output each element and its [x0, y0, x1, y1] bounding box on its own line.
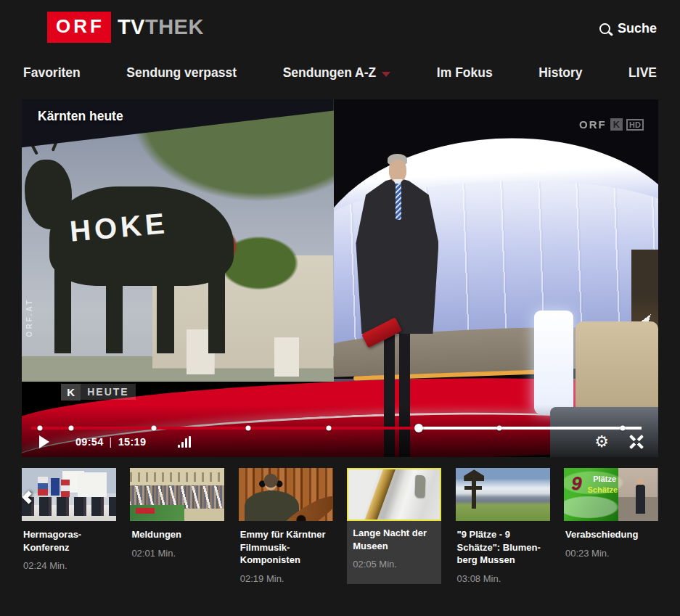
nav-item-label: History [538, 65, 582, 81]
card-meta: Lange Nacht der Museen02:05 Min. [347, 520, 441, 570]
settings-gear-icon[interactable]: ⚙ [594, 434, 609, 450]
card-meta: Verabschiedung00:23 Min. [564, 521, 658, 559]
player-right-icons: ⚙ [594, 434, 644, 450]
orf-tvthek-logo[interactable]: ORF TVTHEK [47, 12, 204, 43]
watermark-hd: HD [626, 119, 644, 131]
video-player: HOKE ORF.AT K HEUTE [22, 99, 658, 457]
nav-item-label: LIVE [628, 65, 657, 81]
carousel-card-9-pl-tze-9-sch-tze-blumenberg-mussen[interactable]: "9 Plätze - 9 Schätze": Blumenberg Musse… [456, 468, 550, 584]
card-thumbnail [348, 469, 440, 520]
nav-item-label: Sendungen A-Z [283, 65, 377, 81]
total-duration: 15:19 [118, 436, 147, 448]
bull-sign: HOKE [25, 139, 249, 366]
card-meta: "9 Plätze - 9 Schätze": Blumenberg Musse… [456, 521, 550, 584]
search-button[interactable]: Suche [599, 21, 657, 36]
card-thumbnail [456, 468, 550, 521]
thumbnail-text-big: 9 [571, 472, 581, 495]
time-separator: | [110, 436, 112, 448]
chapter-marker[interactable] [68, 426, 73, 431]
card-thumbnail [130, 468, 224, 521]
card-title: Lange Nacht der Museen [353, 527, 435, 552]
play-button[interactable] [39, 435, 49, 448]
card-meta: Emmy für Kärntner Filmmusik-Komponisten0… [239, 521, 333, 584]
chapter-marker[interactable] [245, 426, 250, 431]
card-title: Meldungen [131, 528, 223, 541]
nav-item-sendungen-a-z[interactable]: Sendungen A-Z [283, 65, 391, 81]
nav-item-sendung-verpasst[interactable]: Sendung verpasst [126, 65, 237, 81]
card-title: Verabschiedung [565, 528, 657, 541]
segment-carousel: Hermagoras-Konferenz02:24 Min.Meldungen0… [22, 468, 658, 584]
video-frame[interactable]: HOKE ORF.AT K HEUTE [22, 99, 658, 457]
orf-logo-box: ORF [47, 12, 111, 43]
card-title: "9 Plätze - 9 Schätze": Blumenberg Musse… [457, 528, 549, 567]
player-controls: 09:54 | 15:19 ⚙ [31, 432, 644, 452]
bull-legs [54, 270, 225, 353]
nav-item-live[interactable]: LIVE [628, 65, 657, 81]
nav-item-label: Im Fokus [437, 65, 493, 81]
thumbnail-text-line2: Schätze [587, 485, 618, 494]
chevron-left-icon [22, 490, 35, 504]
card-duration: 02:19 Min. [240, 573, 332, 584]
carousel-card-verabschiedung[interactable]: 9PlätzeSchätzeVerabschiedung00:23 Min. [564, 468, 658, 584]
card-duration: 02:05 Min. [353, 559, 435, 570]
nav-item-favoriten[interactable]: Favoriten [23, 65, 81, 81]
nav-item-im-fokus[interactable]: Im Fokus [437, 65, 493, 81]
chapter-marker[interactable] [620, 426, 625, 431]
carousel-card-meldungen[interactable]: Meldungen02:01 Min. [130, 468, 224, 584]
studio-glow-panel [534, 311, 573, 414]
fullscreen-icon[interactable] [629, 435, 644, 449]
tvthek-thek: THEK [145, 15, 204, 38]
search-label: Suche [618, 21, 657, 36]
k-heute-text: HEUTE [81, 384, 135, 400]
card-title: Hermagoras-Konferenz [23, 528, 115, 554]
presenter-tie [396, 184, 401, 220]
nav-item-label: Sendung verpasst [126, 65, 237, 81]
card-duration: 02:24 Min. [23, 560, 115, 571]
watermark-orf: ORF [579, 118, 607, 131]
chapter-marker[interactable] [152, 426, 157, 431]
nav-item-label: Favoriten [23, 65, 81, 81]
card-thumbnail [239, 468, 333, 521]
chapter-marker[interactable] [37, 426, 42, 431]
chapter-marker[interactable] [327, 426, 332, 431]
studio-left-screen: HOKE ORF.AT [22, 99, 334, 382]
orf-at-watermark: ORF.AT [25, 298, 33, 337]
card-meta: Hermagoras-Konferenz02:24 Min. [22, 521, 116, 571]
card-duration: 02:01 Min. [131, 548, 223, 559]
app-header: ORF TVTHEK Suche [0, 0, 680, 62]
card-duration: 00:23 Min. [565, 548, 657, 559]
k-heute-bug: K HEUTE [61, 384, 135, 401]
watermark-k: K [610, 118, 623, 131]
card-duration: 03:08 Min. [457, 573, 549, 584]
carousel-card-lange-nacht-der-museen[interactable]: Lange Nacht der Museen02:05 Min. [347, 468, 441, 584]
k-heute-k: K [61, 384, 81, 401]
chevron-down-icon [382, 72, 390, 77]
card-thumbnail: 9PlätzeSchätze [564, 468, 658, 521]
time-display: 09:54 | 15:19 [75, 436, 146, 448]
main-nav: FavoritenSendung verpasstSendungen A-ZIm… [23, 65, 657, 81]
progress-played [31, 427, 419, 430]
current-time: 09:54 [75, 436, 104, 448]
video-title-overlay: Kärnten heute [38, 109, 123, 124]
chapter-marker[interactable] [497, 426, 502, 431]
volume-icon[interactable] [178, 436, 191, 448]
tvthek-tv: TV [118, 15, 145, 38]
card-title: Emmy für Kärntner Filmmusik-Komponisten [240, 528, 332, 567]
progress-bar[interactable] [31, 427, 642, 430]
thumbnail-text-line1: Plätze [593, 475, 616, 483]
tvthek-wordmark: TVTHEK [118, 15, 204, 39]
presenter-head [389, 160, 406, 182]
card-meta: Meldungen02:01 Min. [130, 521, 224, 559]
carousel-card-emmy-f-r-k-rntner-filmmusik-komponisten[interactable]: Emmy für Kärntner Filmmusik-Komponisten0… [239, 468, 333, 584]
studio-couch [575, 321, 658, 414]
nav-item-history[interactable]: History [538, 65, 582, 81]
search-icon [599, 23, 610, 34]
channel-watermark: ORF K HD [579, 118, 644, 131]
carousel-prev-button[interactable] [24, 482, 46, 512]
